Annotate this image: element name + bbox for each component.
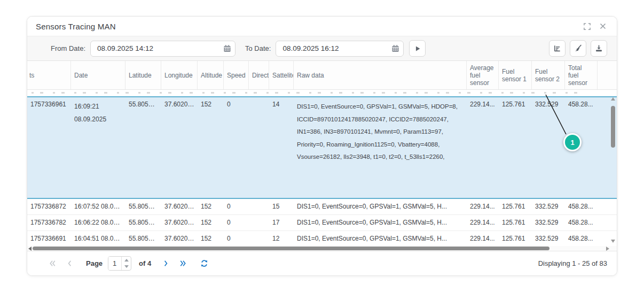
horizontal-scrollbar[interactable]: [27, 246, 617, 251]
cell-satellites: 17: [269, 215, 294, 230]
column-header-total-fuel[interactable]: Total fuel sensor: [565, 61, 598, 89]
cell-raw-data: DIS1=0, EventSource=0, GPSVal=1, GSMVal=…: [294, 215, 467, 230]
stepper-up-icon[interactable]: [122, 257, 131, 264]
column-header-average-fuel[interactable]: Average fuel sensor: [467, 61, 499, 89]
vertical-scrollbar[interactable]: [609, 92, 616, 245]
cell-total-fuel: 458.28...: [565, 231, 598, 246]
scroll-down-arrow-icon[interactable]: [611, 240, 615, 243]
cell-altitude: 152: [198, 231, 224, 246]
cell-latitude: 55.805330: [125, 97, 161, 198]
cell-average-fuel: 229.14...: [467, 231, 499, 246]
cell-satellites: 15: [269, 199, 294, 214]
scroll-up-arrow-icon[interactable]: [611, 97, 615, 101]
grid: ts Date Latitude Longitude Altitude Spee…: [27, 61, 617, 246]
cell-speed: 0: [224, 97, 249, 198]
column-header-altitude[interactable]: Altitude: [198, 61, 224, 89]
column-header-fuel-sensor-2[interactable]: Fuel sensor 2: [532, 61, 565, 89]
cell-longitude: 37.602020: [161, 215, 198, 230]
cell-satellites: 12: [269, 231, 294, 246]
page-number-stepper[interactable]: [121, 257, 131, 270]
table-row[interactable]: 1757336872 16:07:52 08.09.2... 55.805330…: [27, 199, 617, 215]
page-label: Page: [86, 259, 103, 267]
column-header-latitude[interactable]: Latitude: [125, 61, 161, 89]
sensors-tracing-window: Sensors Tracing MAN From Date: To Date:: [27, 16, 617, 276]
to-date-input[interactable]: [276, 44, 387, 52]
cell-average-fuel: 229.14...: [467, 215, 499, 230]
cell-altitude: 152: [198, 215, 224, 230]
clear-button[interactable]: [570, 40, 586, 57]
calendar-icon[interactable]: [387, 44, 403, 52]
run-query-button[interactable]: [409, 40, 426, 57]
cell-fuel-sensor-2: 332.529: [532, 215, 565, 230]
prev-page-button[interactable]: [62, 257, 76, 271]
column-header-direction[interactable]: Direction: [249, 61, 269, 89]
first-page-button[interactable]: [45, 257, 59, 271]
filter-toolbar: From Date: To Date:: [27, 36, 617, 61]
column-header-speed[interactable]: Speed: [224, 61, 249, 89]
expand-icon[interactable]: [580, 20, 593, 33]
cell-date: 16:07:52 08.09.2...: [71, 199, 125, 214]
cell-fuel-sensor-2: 332.529: [532, 97, 565, 198]
horizontal-scrollbar-thumb[interactable]: [33, 247, 549, 250]
window-title: Sensors Tracing MAN: [36, 22, 116, 31]
cell-speed: 0: [224, 215, 249, 230]
cell-total-fuel: 458.28...: [565, 215, 598, 230]
page-number-input[interactable]: [108, 257, 121, 270]
column-header-raw-data[interactable]: Raw data: [294, 61, 467, 89]
paging-toolbar: Page of 4 Displaying 1 - 25 of 83: [27, 251, 617, 275]
cell-latitude: 55.805330: [125, 199, 161, 214]
cell-longitude: 37.602020: [161, 97, 198, 198]
table-row-selected[interactable]: 1757336961 16:09:21 08.09.2025 55.805330…: [27, 96, 617, 199]
from-date-field[interactable]: [90, 41, 235, 57]
cell-average-fuel: 229.14...: [467, 199, 499, 214]
cell-ts: 1757336872: [27, 199, 71, 214]
cell-total-fuel: 458.28...: [565, 199, 598, 214]
from-date-input[interactable]: [91, 44, 219, 52]
refresh-button[interactable]: [197, 257, 211, 271]
cell-raw-data: DIS1=0, EventSource=0, GPSVal=1, GSMVal=…: [294, 199, 467, 214]
grid-header: ts Date Latitude Longitude Altitude Spee…: [27, 61, 617, 90]
cell-fuel-sensor-1: 125.761: [499, 97, 532, 198]
cell-longitude: 37.602020: [161, 199, 198, 214]
stepper-down-icon[interactable]: [122, 264, 131, 271]
window-titlebar: Sensors Tracing MAN: [27, 17, 617, 36]
to-date-field[interactable]: [276, 41, 404, 57]
page-total-label: of 4: [139, 259, 151, 267]
column-header-ts[interactable]: ts: [27, 61, 71, 89]
column-header-satellites[interactable]: Sattelites: [269, 61, 294, 89]
download-icon: [595, 44, 603, 52]
cell-speed: 0: [224, 231, 249, 246]
cell-altitude: 152: [198, 97, 224, 198]
to-date-label: To Date:: [245, 44, 271, 52]
cell-ts: 1757336961: [27, 97, 71, 198]
calendar-icon[interactable]: [219, 44, 235, 52]
scroll-left-arrow-icon[interactable]: [28, 247, 32, 251]
cell-latitude: 55.805330: [125, 215, 161, 230]
cell-direction: [249, 231, 269, 246]
next-page-button[interactable]: [159, 257, 172, 271]
clipped-row: [27, 90, 617, 96]
scroll-right-arrow-icon[interactable]: [606, 247, 609, 251]
displaying-status: Displaying 1 - 25 of 83: [538, 259, 607, 267]
table-row[interactable]: 1757336691 16:04:51 08.09.2... 55.805330…: [27, 231, 617, 246]
cell-total-fuel: 458.28...: [565, 97, 598, 198]
chart-view-button[interactable]: [549, 40, 566, 57]
page-number-field[interactable]: [108, 256, 131, 271]
from-date-label: From Date:: [51, 44, 85, 52]
table-row[interactable]: 1757336782 16:06:22 08.09.2... 55.805330…: [27, 215, 617, 231]
cell-date: 16:06:22 08.09.2...: [71, 215, 125, 230]
cell-fuel-sensor-1: 125.761: [499, 215, 532, 230]
cell-fuel-sensor-2: 332.529: [532, 199, 565, 214]
play-icon: [414, 45, 421, 52]
column-header-longitude[interactable]: Longitude: [161, 61, 198, 89]
export-button[interactable]: [591, 40, 607, 57]
cell-direction: [249, 97, 269, 198]
cell-speed: 0: [224, 199, 249, 214]
cell-direction: [249, 199, 269, 214]
column-header-fuel-sensor-1[interactable]: Fuel sensor 1: [499, 61, 532, 89]
last-page-button[interactable]: [176, 257, 190, 271]
column-header-date[interactable]: Date: [71, 61, 125, 89]
vertical-scrollbar-thumb[interactable]: [611, 106, 615, 148]
cell-date: 16:09:21 08.09.2025: [71, 97, 125, 198]
close-icon[interactable]: [596, 20, 609, 33]
